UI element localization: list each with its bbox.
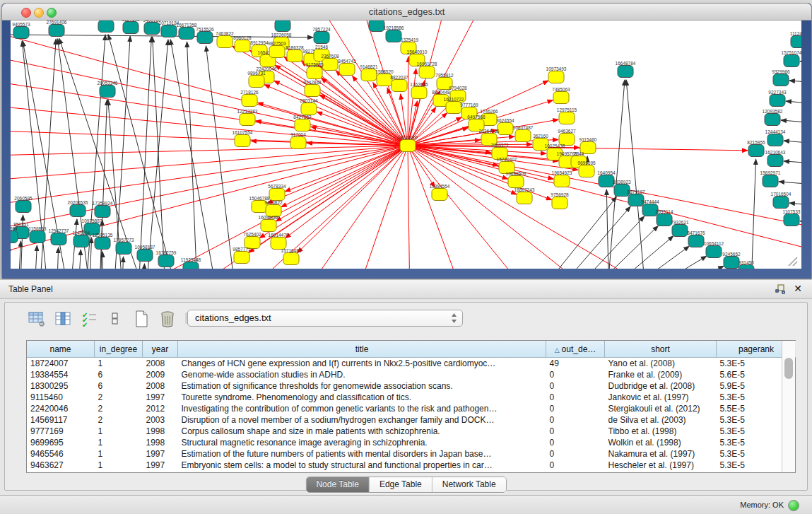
graph-node[interactable]: 17016504 [771,192,792,209]
graph-node[interactable]: 15716485 [281,248,302,265]
graph-node[interactable]: 16961728 [417,62,437,78]
graph-node[interactable]: 20206535 [68,200,88,217]
tab-network-table[interactable]: Network Table [433,477,506,492]
graph-node[interactable]: 7932621 [671,220,689,237]
graph-node[interactable]: 16033809 [273,21,293,32]
close-panel-icon[interactable]: ✕ [794,283,802,294]
graph-node[interactable]: 16099488 [259,215,279,232]
table-cell[interactable]: 1 [95,358,143,370]
select-all-icon[interactable]: ✔ ✔ ✔ [80,310,98,327]
table-settings-icon[interactable]: ⚙ [28,310,46,327]
graph-node[interactable]: 1156863 [29,226,47,243]
graph-node[interactable]: 12093582 [763,109,783,126]
graph-node[interactable]: 16648784 [616,61,636,78]
table-cell[interactable]: Yano et al. (2008) [605,358,717,370]
graph-edge[interactable] [78,250,81,269]
table-cell[interactable]: 0 [546,414,605,426]
table-cell[interactable]: 1997 [143,448,178,460]
graph-edge[interactable] [530,197,616,269]
graph-node[interactable]: 7857224 [312,27,331,44]
graph-node[interactable]: 9329966 [772,69,790,86]
table-row[interactable]: 2242004622012Investigating the contribut… [27,403,796,414]
table-scrollbar-thumb[interactable] [784,358,793,379]
table-cell[interactable]: 0 [546,437,605,448]
table-row[interactable]: 911546021997Tourette syndrome. Phenomeno… [27,392,796,403]
graph-edge[interactable] [11,76,401,145]
graph-node[interactable]: 16107554 [233,130,253,147]
graph-node[interactable]: 9756928 [551,192,569,209]
graph-edge[interactable] [413,149,678,269]
table-row[interactable]: 1872400712008Changes of HCN gene express… [27,358,796,370]
table-cell[interactable]: Wolkin et al. (1998) [605,437,717,448]
graph-edge[interactable] [18,241,20,269]
graph-edge[interactable] [57,247,59,269]
graph-edge[interactable] [187,42,198,269]
graph-node[interactable]: 16782759 [156,250,177,267]
table-cell[interactable]: 19384554 [27,369,95,380]
table-cell[interactable]: 1997 [143,392,178,403]
graph-node[interactable]: 10973493 [546,66,567,83]
table-cell[interactable]: 1 [95,448,143,460]
table-cell[interactable]: 0 [546,380,605,392]
graph-edge[interactable] [800,62,801,63]
column-header-title[interactable]: title [178,341,546,358]
table-cell[interactable]: Corpus callosum shape and size in male p… [178,426,546,437]
graph-node[interactable]: 10653287 [96,21,117,33]
table-row[interactable]: 977716911998Corpus callosum shape and si… [27,426,796,437]
graph-node[interactable]: 917004 [290,132,306,149]
show-columns-icon[interactable] [54,310,72,327]
graph-node[interactable]: 391594 [11,226,18,243]
table-cell[interactable]: 2 [95,414,143,426]
column-header-in_degree[interactable]: in_degree [95,341,143,358]
table-cell[interactable]: 49 [546,358,605,370]
graph-edge[interactable] [206,46,237,269]
table-cell[interactable]: 9115460 [27,392,95,403]
column-header-name[interactable]: name [27,341,95,358]
graph-edge[interactable] [353,152,406,269]
table-cell[interactable]: Tibbo et al. (1998) [605,426,717,437]
graph-node[interactable]: 7485063 [552,87,570,104]
table-row[interactable]: 946362711997Embryonic stem cells: a mode… [27,460,796,471]
graph-edge[interactable] [286,149,403,238]
table-cell[interactable]: 1998 [143,437,178,448]
column-header-out_de[interactable]: △out_de… [546,341,605,358]
table-cell[interactable]: Disruption of a novel member of a sodium… [178,414,546,426]
graph-edge[interactable] [789,203,801,207]
graph-node[interactable]: 2367608 [321,54,339,71]
float-panel-icon[interactable] [775,284,785,294]
window-resize-grip[interactable] [789,257,797,266]
graph-node[interactable]: 1112404 [790,31,801,48]
graph-edge[interactable] [786,101,801,105]
table-cell[interactable]: Estimation of significance thresholds fo… [178,380,546,392]
column-header-short[interactable]: short [605,341,717,358]
network-canvas-svg[interactable]: 1872400774638228960128891295416543382224… [11,21,801,269]
graph-node[interactable]: 1362615 [410,82,428,99]
graph-edge[interactable] [561,216,645,269]
graph-node[interactable]: 15751074 [782,50,801,67]
graph-edge[interactable] [781,120,801,124]
graph-node[interactable]: 29053346 [98,81,118,98]
table-cell[interactable]: 2 [95,392,143,403]
table-cell[interactable]: 0 [546,369,605,380]
graph-node[interactable]: 9242848 [303,80,322,97]
graph-node[interactable]: 19654923 [552,170,572,187]
memory-status-indicator[interactable] [788,500,799,511]
graph-node[interactable]: 17957273 [114,238,134,255]
graph-edge[interactable] [784,141,801,145]
table-cell[interactable]: Dudbridge et al. (2008) [605,380,717,392]
table-cell[interactable]: 6 [95,369,143,380]
graph-edge[interactable] [789,81,801,84]
graph-edge[interactable] [281,148,402,207]
graph-node[interactable]: 18724007 [398,135,418,152]
table-cell[interactable]: 2 [95,403,143,414]
table-cell[interactable]: 9463627 [27,460,95,471]
table-cell[interactable]: 1998 [143,426,178,437]
table-cell[interactable]: 18724007 [27,358,95,370]
graph-node[interactable]: 1145194 [73,230,90,247]
table-cell[interactable]: 9777169 [27,426,95,437]
graph-node[interactable]: 931450 [739,260,754,269]
graph-edge[interactable] [779,182,801,186]
tab-edge-table[interactable]: Edge Table [370,477,433,492]
graph-node[interactable]: 17359924 [93,201,113,218]
table-cell[interactable]: 14569117 [27,414,95,426]
